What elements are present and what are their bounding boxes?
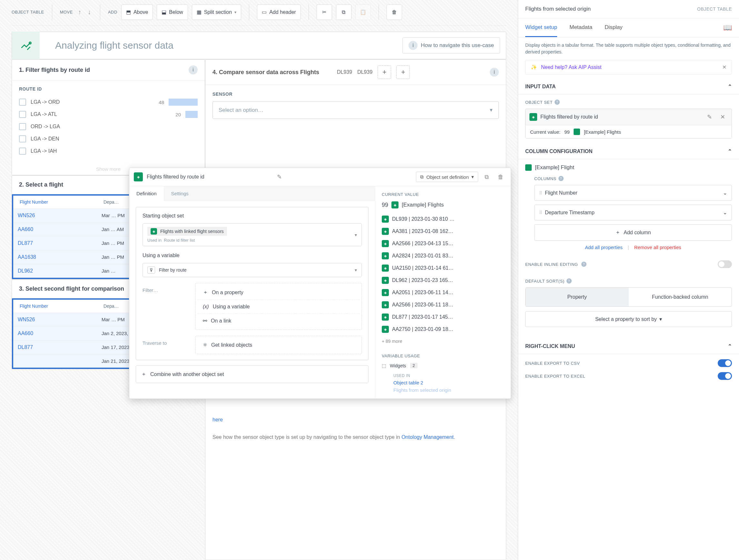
current-value-item[interactable]: ◈DL939 | 2023-01-30 810 …	[382, 213, 504, 225]
checkbox[interactable]	[19, 135, 26, 142]
here-link[interactable]: here	[212, 417, 223, 422]
current-value-item[interactable]: ◈AA2051 | 2023-06-11 14…	[382, 287, 504, 299]
current-value-item[interactable]: ◈AA2566 | 2023-06-11 18…	[382, 299, 504, 311]
example-flight-label: [Example] Flight	[535, 164, 574, 171]
flight-pill-b[interactable]: DL939	[357, 69, 373, 75]
help-icon[interactable]: ?	[581, 262, 587, 267]
add-above-button[interactable]: ⬒Above	[121, 5, 153, 20]
chevron-up-icon: ⌃	[728, 148, 732, 154]
add-header-button[interactable]: ▭Add header	[257, 5, 301, 20]
help-text: here See how the sensor object type is s…	[205, 415, 506, 442]
add-all-link[interactable]: Add all properties	[585, 244, 623, 250]
checkbox[interactable]	[19, 123, 26, 130]
copy-button[interactable]: ⧉	[336, 5, 351, 20]
route-row[interactable]: ORD -> LGA	[19, 121, 198, 133]
current-value-item[interactable]: ◈AA2566 | 2023-04-13 15…	[382, 237, 504, 250]
info-icon[interactable]: i	[189, 65, 198, 74]
current-value-label: CURRENT VALUE	[382, 192, 504, 197]
add-flight-button[interactable]: +	[378, 65, 391, 79]
current-value-item[interactable]: ◈AA381 | 2023-01-08 162…	[382, 225, 504, 237]
chevron-down-icon: ▾	[355, 232, 357, 237]
tab-settings[interactable]: Settings	[164, 186, 375, 201]
filter-on-link[interactable]: ⚯On a link	[198, 314, 359, 328]
delete-button[interactable]: 🗑	[387, 5, 402, 20]
object-icon: ◈	[382, 264, 389, 271]
combine-button[interactable]: ＋ Combine with another object set	[136, 365, 368, 383]
checkbox[interactable]	[19, 99, 26, 106]
checkbox[interactable]	[19, 111, 26, 118]
route-row[interactable]: LGA -> ORD 48	[19, 96, 198, 108]
sort-property-select[interactable]: Select a property to sort by ▾	[525, 311, 732, 327]
input-data-header[interactable]: INPUT DATA ⌃	[518, 79, 739, 95]
property-tab[interactable]: Property	[526, 288, 629, 307]
add-label: ADD	[108, 10, 117, 15]
split-section-button[interactable]: ▦Split section▾	[192, 5, 241, 20]
ontology-link[interactable]: Ontology Management	[402, 434, 454, 440]
widgets-row[interactable]: ⬚ Widgets 2	[382, 363, 504, 368]
object-set-definition-button[interactable]: ⧉ Object set definition ▾	[416, 172, 478, 182]
help-icon[interactable]: ?	[567, 278, 572, 284]
export-csv-toggle[interactable]	[718, 359, 732, 367]
route-row[interactable]: LGA -> IAH	[19, 145, 198, 157]
paste-button[interactable]: 📋	[355, 5, 371, 20]
column-flight-number[interactable]: ⠿Flight Number⌄	[534, 185, 732, 201]
checkbox[interactable]	[19, 148, 26, 155]
flight-pill-a[interactable]: DL939	[337, 69, 352, 75]
remove-all-link[interactable]: Remove all properties	[634, 244, 681, 250]
column-departure[interactable]: ⠿Departure Timestamp⌄	[534, 205, 732, 220]
filter-using-variable[interactable]: (x)Using a variable	[198, 300, 359, 314]
chevron-down-icon: ▾	[659, 316, 662, 322]
docs-icon[interactable]: 📖	[723, 18, 732, 37]
edit-icon[interactable]: ✎	[705, 112, 715, 122]
close-icon[interactable]: ✕	[718, 112, 728, 122]
copy-icon[interactable]: ⧉	[482, 172, 491, 182]
right-click-menu-header[interactable]: RIGHT-CLICK MENU ⌃	[518, 339, 739, 354]
move-up-icon[interactable]: ↑	[77, 7, 83, 17]
route-row[interactable]: LGA -> DEN	[19, 133, 198, 145]
drag-handle-icon[interactable]: ⠿	[539, 190, 542, 196]
tab-metadata[interactable]: Metadata	[569, 18, 592, 37]
object-table-2-link[interactable]: Object table 2	[393, 380, 504, 385]
how-to-button[interactable]: i How to navigate this use-case	[402, 37, 500, 53]
edit-icon[interactable]: ✎	[274, 172, 284, 182]
sensor-select[interactable]: Select an option… ▾	[212, 101, 499, 119]
show-more-results[interactable]: + 89 more	[382, 335, 504, 347]
column-config-header[interactable]: COLUMN CONFIGURATION ⌃	[518, 144, 739, 159]
export-excel-toggle[interactable]	[718, 372, 732, 380]
close-icon[interactable]: ✕	[722, 64, 726, 70]
help-icon[interactable]: ?	[555, 100, 560, 105]
get-linked-objects[interactable]: ⚛Get linked objects	[198, 338, 359, 352]
flights-origin-link[interactable]: Flights from selected origin	[393, 387, 504, 393]
object-icon: ◈	[382, 289, 389, 296]
filter-variable-select[interactable]: ⊽ Filter by route ▾	[143, 263, 362, 277]
aip-assist-banner[interactable]: ✨ Need help? Ask AIP Assist ✕	[525, 60, 732, 74]
trash-icon[interactable]: 🗑	[495, 172, 506, 182]
col-flight-number[interactable]: Flight Number	[18, 199, 102, 205]
add-flight-button-2[interactable]: +	[396, 65, 410, 79]
current-value-item[interactable]: ◈DL962 | 2023-01-23 165…	[382, 274, 504, 287]
add-column-button[interactable]: ＋Add column	[534, 224, 732, 241]
function-column-tab[interactable]: Function-backed column	[629, 288, 732, 307]
header-card: Analyzing flight sensor data i How to na…	[12, 32, 506, 59]
info-icon[interactable]: i	[490, 68, 499, 77]
col-flight-number[interactable]: Flight Number	[18, 304, 102, 309]
move-down-icon[interactable]: ↓	[87, 7, 92, 17]
inline-editing-toggle[interactable]	[718, 260, 732, 268]
cv-count: 99	[564, 129, 570, 135]
object-icon: ◈	[382, 277, 389, 284]
drag-handle-icon[interactable]: ⠿	[539, 210, 542, 215]
current-value-item[interactable]: ◈UA2150 | 2023-01-14 61…	[382, 262, 504, 274]
help-icon[interactable]: ?	[559, 176, 564, 181]
filter-on-property[interactable]: ＋On a property	[198, 285, 359, 300]
cut-button[interactable]: ✂	[317, 5, 332, 20]
route-row[interactable]: LGA -> ATL 20	[19, 108, 198, 121]
tab-definition[interactable]: Definition	[129, 186, 164, 201]
tab-display[interactable]: Display	[605, 18, 623, 37]
plus-icon: ＋	[141, 371, 146, 378]
current-value-item[interactable]: ◈AA2750 | 2023-01-09 18…	[382, 323, 504, 335]
add-below-button[interactable]: ⬓Below	[157, 5, 188, 20]
tab-widget-setup[interactable]: Widget setup	[525, 18, 557, 37]
current-value-item[interactable]: ◈AA2824 | 2023-01-01 83…	[382, 250, 504, 262]
current-value-item[interactable]: ◈DL877 | 2023-01-17 145…	[382, 311, 504, 323]
starting-object-set-select[interactable]: ◈Flights with linked flight sensors Used…	[143, 223, 362, 246]
